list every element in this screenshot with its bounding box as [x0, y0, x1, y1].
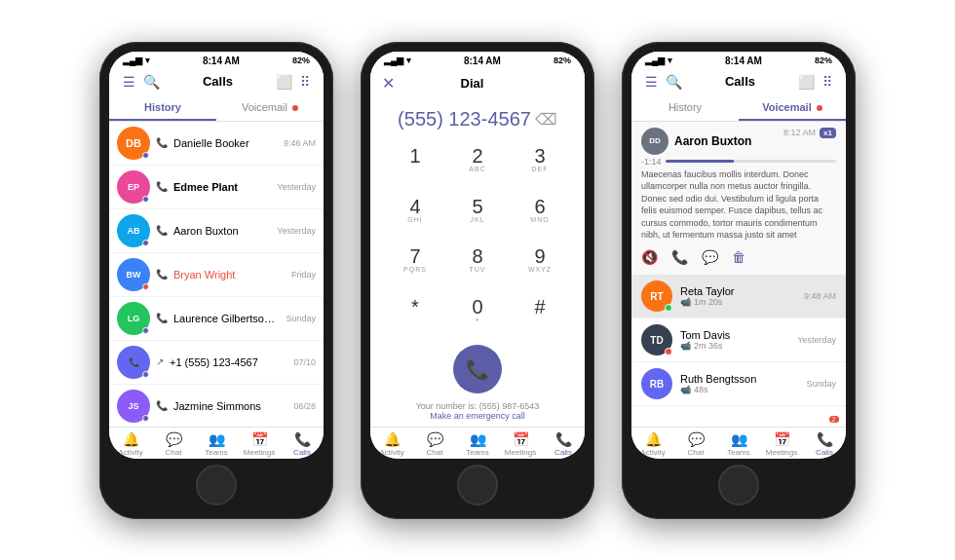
nav-activity-2[interactable]: 🔔 Activity [370, 431, 413, 457]
time-3: 8:14 AM [725, 56, 762, 66]
key-3[interactable]: 3DEF [511, 138, 569, 185]
app-header-1: ☰ 🔍 Calls ⬜ ⠿ [109, 68, 324, 95]
avatar: 📞 [117, 346, 150, 379]
table-row[interactable]: AB 📞 Aaron Buxton Yesterday [109, 209, 324, 253]
vm-name: Reta Taylor [680, 285, 796, 297]
chat-icon: 💬 [166, 431, 182, 447]
battery-1: 82% [292, 56, 310, 65]
nav-chat-3[interactable]: 💬 Chat [674, 431, 717, 457]
voicemail-body-text: Maecenas faucibus mollis interdum. Donec… [641, 168, 836, 243]
key-num: 2 [472, 146, 482, 166]
tab-voicemail-1[interactable]: Voicemail [216, 95, 324, 121]
call-back-icon[interactable]: 📞 [671, 249, 688, 265]
teams-icon: 👥 [209, 431, 225, 447]
table-row[interactable]: 📞 ↗ +1 (555) 123-4567 07/10 [109, 341, 324, 385]
time-2: 8:14 AM [464, 56, 501, 66]
dialed-number: (555) 123-4567 [398, 108, 531, 131]
home-button-2[interactable] [457, 465, 498, 505]
hamburger-icon-3[interactable]: ☰ [641, 72, 662, 92]
key-9[interactable]: 9WXYZ [511, 239, 569, 285]
chat-icon-3: 💬 [688, 431, 705, 447]
table-row[interactable]: LG 📞 Laurence Gilbertson (3) Sunday [109, 297, 324, 341]
nav-label: Activity [640, 448, 665, 457]
voicemail-progress-bar [666, 160, 836, 163]
nav-teams-2[interactable]: 👥 Teams [456, 431, 499, 457]
call-time: 07/10 [293, 357, 316, 367]
tab-history-1[interactable]: History [109, 95, 216, 121]
nav-meetings-3[interactable]: 📅 Meetings [760, 431, 803, 457]
key-num: 4 [409, 197, 420, 216]
nav-calls-3[interactable]: 📞 2 Calls [803, 431, 846, 457]
list-item[interactable]: RB Ruth Bengtsson 📹 48s Sunday [631, 362, 846, 406]
key-6[interactable]: 6MNO [511, 188, 569, 235]
tabs-1: History Voicemail [109, 95, 324, 122]
key-5[interactable]: 5JKL [448, 188, 507, 235]
nav-activity[interactable]: 🔔 Activity [109, 431, 152, 457]
outgoing-dot [142, 371, 149, 378]
call-type-icon: 📞 [156, 181, 168, 192]
mute-icon[interactable]: 🔇 [641, 249, 658, 265]
key-0[interactable]: 0+ [448, 288, 507, 335]
backspace-button[interactable]: ⌫ [535, 110, 557, 129]
delete-icon[interactable]: 🗑 [732, 249, 745, 265]
nav-label: Teams [466, 448, 489, 457]
nav-teams[interactable]: 👥 Teams [195, 431, 238, 457]
home-button-3[interactable] [718, 465, 759, 505]
nav-chat-2[interactable]: 💬 Chat [413, 431, 456, 457]
key-num: 3 [534, 146, 545, 166]
call-time: Yesterday [277, 226, 316, 236]
dial-call-button[interactable]: 📞 [453, 345, 502, 393]
nav-calls-2[interactable]: 📞 Calls [542, 431, 585, 457]
table-row[interactable]: EP 📞 Edmee Plant Yesterday [109, 166, 324, 209]
table-row[interactable]: JS 📞 Jazmine Simmons 06/28 [109, 385, 324, 427]
voicemail-sender-name: Aaron Buxton [674, 134, 751, 148]
activity-icon: 🔔 [123, 431, 139, 447]
call-info: Laurence Gilbertson (3) [173, 313, 280, 324]
table-row[interactable]: BW 📞 Bryan Wright Friday [109, 253, 324, 297]
key-star[interactable]: * [386, 288, 444, 335]
tab-history-3[interactable]: History [631, 95, 739, 121]
nav-chat[interactable]: 💬 Chat [152, 431, 195, 457]
list-item[interactable]: TD Tom Davis 📹 2m 36s Yesterday [631, 318, 846, 362]
caller-name: Bryan Wright [173, 269, 286, 280]
table-row[interactable]: DB 📞 Danielle Booker 9:46 AM [109, 122, 324, 166]
vm-duration: 📹 1m 20s [680, 297, 796, 307]
message-icon[interactable]: 💬 [702, 249, 718, 265]
nav-teams-3[interactable]: 👥 Teams [717, 431, 760, 457]
nav-label: Chat [166, 448, 182, 457]
grid-icon-3[interactable]: ⠿ [819, 72, 836, 92]
key-2[interactable]: 2ABC [448, 138, 507, 185]
nav-label: Chat [427, 448, 443, 457]
key-num: 8 [472, 246, 482, 266]
hamburger-icon[interactable]: ☰ [119, 72, 139, 92]
call-type-icon: 📞 [156, 225, 168, 236]
nav-activity-3[interactable]: 🔔 Activity [631, 431, 674, 457]
home-button-1[interactable] [196, 465, 237, 505]
caller-name: Jazmine Simmons [173, 400, 287, 412]
key-7[interactable]: 7PQRS [386, 239, 444, 285]
tabs-3: History Voicemail [631, 95, 846, 122]
nav-label: Calls [293, 448, 311, 457]
search-icon-3[interactable]: 🔍 [662, 72, 686, 92]
key-1[interactable]: 1 [386, 138, 444, 185]
nav-calls[interactable]: 📞 Calls [281, 431, 324, 457]
nav-meetings[interactable]: 📅 Meetings [238, 431, 281, 457]
grid-icon[interactable]: ⠿ [296, 72, 314, 92]
calls-icon-wrap-3: 📞 2 [817, 431, 833, 447]
key-num: 9 [534, 246, 545, 266]
key-hash[interactable]: # [511, 288, 569, 335]
close-button[interactable]: ✕ [382, 74, 395, 93]
search-icon[interactable]: 🔍 [139, 72, 164, 92]
emergency-call-link[interactable]: Make an emergency call [370, 411, 585, 421]
tab-voicemail-3[interactable]: Voicemail [739, 95, 846, 121]
calls-icon-wrap: 📞 [294, 431, 311, 447]
key-4[interactable]: 4GHI [386, 188, 444, 235]
key-letters: MNO [530, 216, 549, 226]
key-8[interactable]: 8TUV [448, 239, 507, 285]
nav-meetings-2[interactable]: 📅 Meetings [499, 431, 542, 457]
dial-title: Dial [395, 76, 550, 91]
meetings-icon-3: 📅 [774, 431, 790, 447]
profile-icon[interactable]: ⬜ [272, 72, 296, 92]
list-item[interactable]: RT Reta Taylor 📹 1m 20s 9:48 AM [631, 275, 846, 318]
profile-icon-3[interactable]: ⬜ [794, 72, 819, 92]
